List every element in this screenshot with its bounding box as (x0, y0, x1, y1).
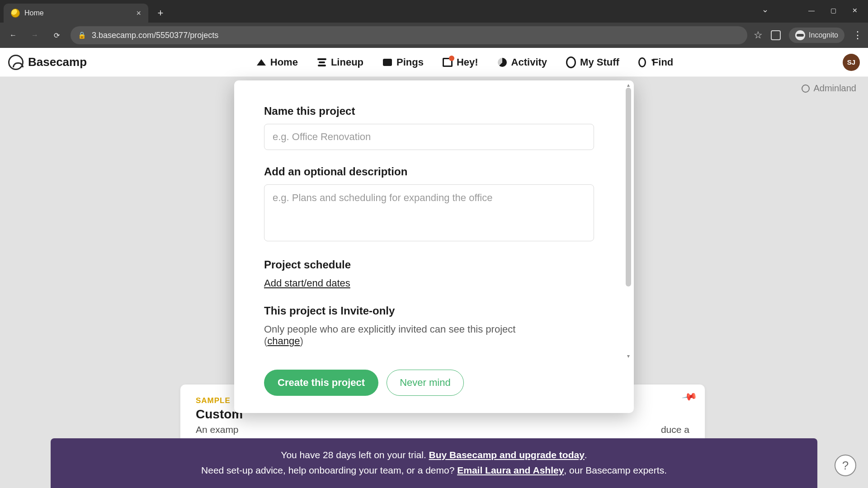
tab-overflow-icon[interactable]: ⌄ (762, 5, 769, 14)
page-viewport: Basecamp Home Lineup Pings Hey! (0, 48, 868, 488)
nav-activity[interactable]: Activity (497, 56, 547, 68)
tab-close-icon[interactable]: × (136, 9, 141, 18)
adminland-label: Adminland (813, 83, 856, 94)
basecamp-logo-icon (8, 55, 24, 70)
scroll-down-icon[interactable]: ▾ (626, 353, 631, 359)
window-maximize-icon[interactable]: ▢ (823, 3, 844, 18)
lock-icon: 🔒 (78, 31, 86, 39)
browser-menu-icon[interactable]: ⋮ (853, 29, 863, 41)
pings-icon (382, 57, 392, 67)
window-controls: ― ▢ ✕ (801, 3, 865, 18)
project-name-label: Name this project (264, 105, 604, 117)
nav-back-icon[interactable]: ← (5, 28, 21, 43)
search-icon (638, 57, 648, 67)
new-project-modal: Name this project Add an optional descri… (234, 80, 634, 413)
nav-pings[interactable]: Pings (382, 56, 424, 68)
nav-home-label: Home (270, 56, 298, 68)
window-minimize-icon[interactable]: ― (801, 3, 822, 18)
nav-pings-label: Pings (396, 56, 424, 68)
trial-banner: You have 28 days left on your trial. Buy… (51, 438, 817, 488)
nav-hey[interactable]: Hey! (443, 56, 478, 68)
trial-line1-post: . (585, 450, 587, 460)
nav-hey-label: Hey! (457, 56, 478, 68)
project-schedule-label: Project schedule (264, 258, 604, 271)
nav-activity-label: Activity (511, 56, 547, 68)
address-url: 3.basecamp.com/5550377/projects (92, 31, 218, 40)
page-body: Adminland 📌 SAMPLE Custom An examp duce … (0, 77, 868, 488)
nav-find[interactable]: Find (638, 56, 673, 68)
tab-favicon (11, 9, 20, 18)
trial-line2-post: , our Basecamp experts. (564, 465, 667, 475)
project-desc-input[interactable] (264, 184, 594, 241)
browser-toolbar: ← → ⟳ 🔒 3.basecamp.com/5550377/projects … (0, 23, 868, 48)
adminland-link[interactable]: Adminland (802, 83, 856, 94)
help-button[interactable]: ? (835, 455, 856, 476)
project-invite-label: This project is Invite-only (264, 305, 604, 317)
bookmark-star-icon[interactable]: ☆ (754, 29, 763, 41)
avatar[interactable]: SJ (843, 54, 860, 71)
activity-icon (497, 57, 507, 67)
trial-email-link[interactable]: Email Laura and Ashley (457, 465, 564, 475)
basecamp-logo-text: Basecamp (28, 55, 87, 69)
gear-icon (802, 84, 810, 93)
invite-change-link[interactable]: change (267, 335, 300, 347)
mystuff-icon (566, 57, 576, 67)
lineup-icon (317, 57, 327, 67)
app-navbar: Basecamp Home Lineup Pings Hey! (0, 48, 868, 77)
trial-upgrade-link[interactable]: Buy Basecamp and upgrade today (429, 450, 585, 460)
scroll-thumb[interactable] (626, 88, 631, 286)
address-bar[interactable]: 🔒 3.basecamp.com/5550377/projects (71, 26, 747, 44)
cancel-button[interactable]: Never mind (387, 370, 463, 396)
notification-dot-icon (449, 56, 454, 61)
hey-icon (443, 57, 453, 67)
add-dates-link[interactable]: Add start/end dates (264, 277, 350, 289)
incognito-indicator[interactable]: Incognito (789, 28, 844, 43)
nav-forward-icon: → (27, 28, 42, 43)
sample-card-desc: An examp duce a (196, 424, 689, 435)
window-close-icon[interactable]: ✕ (844, 3, 865, 18)
home-icon (256, 57, 266, 67)
browser-tabstrip: Home × + ⌄ ― ▢ ✕ (0, 0, 868, 23)
scroll-up-icon[interactable]: ▴ (626, 82, 631, 88)
nav-mystuff-label: My Stuff (580, 56, 619, 68)
incognito-label: Incognito (809, 31, 838, 39)
nav-home[interactable]: Home (256, 56, 298, 68)
nav-mystuff[interactable]: My Stuff (566, 56, 619, 68)
extensions-icon[interactable] (771, 30, 781, 40)
nav-lineup-label: Lineup (331, 56, 363, 68)
project-name-input[interactable] (264, 124, 594, 150)
nav-find-label: Find (652, 56, 673, 68)
project-invite-desc: Only people who are explicitly invited c… (264, 324, 604, 347)
modal-footer: Create this project Never mind (234, 361, 634, 413)
nav-lineup[interactable]: Lineup (317, 56, 363, 68)
trial-line1-pre: You have 28 days left on your trial. (281, 450, 429, 460)
new-tab-button[interactable]: + (153, 5, 168, 21)
modal-body: Name this project Add an optional descri… (234, 80, 634, 361)
project-desc-label: Add an optional description (264, 165, 604, 178)
browser-tab-active[interactable]: Home × (4, 4, 148, 23)
tab-title: Home (24, 9, 44, 17)
basecamp-logo[interactable]: Basecamp (8, 55, 87, 70)
trial-line2-pre: Need set-up advice, help onboarding your… (201, 465, 457, 475)
nav-reload-icon[interactable]: ⟳ (49, 28, 64, 43)
incognito-icon (795, 30, 805, 40)
modal-scrollbar[interactable]: ▴ ▾ (625, 83, 633, 358)
create-project-button[interactable]: Create this project (264, 370, 378, 396)
